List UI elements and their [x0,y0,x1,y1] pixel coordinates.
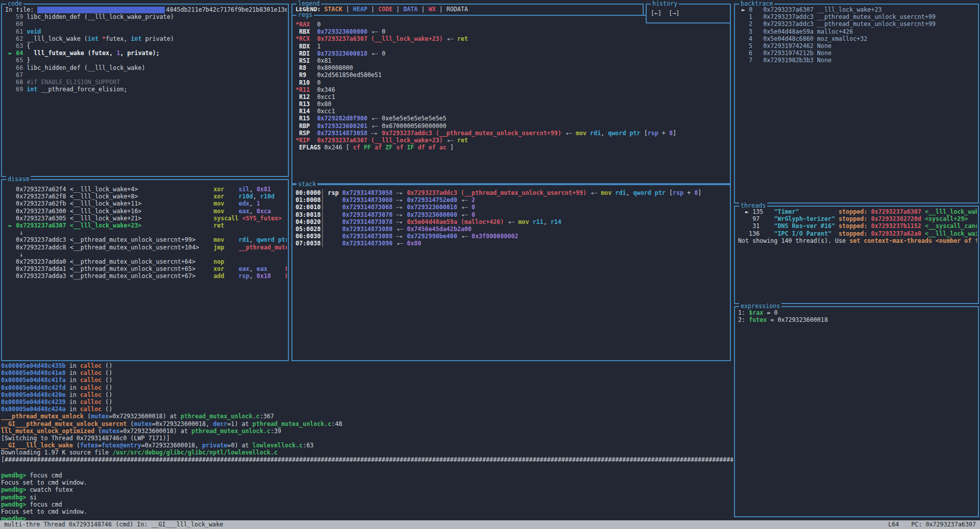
backtrace-view: ► 0 0x7293237a6307 __lll_lock_wake+23 1 … [738,6,977,203]
backtrace-panel-title: backtrace [739,0,774,7]
status-line-number: L64 [888,521,899,528]
text-line: LEGEND: STACK | HEAP | CODE | DATA | WX … [296,6,642,13]
pwndbg-terminal: code In file: 4845db211e7b42c7176f9be21b… [0,0,980,529]
text-line: In file: 4845db211e7b42c7176f9be21b8301e… [5,6,287,13]
registers-view: *RAX 0 RBX 0x729323600000 ◂— 0*RCX 0x729… [296,21,729,183]
text-line: 0x7293237addc3 <__pthread_mutex_unlock_u… [5,236,287,243]
status-bar: multi-thre Thread 0x7293148746 (cmd) In:… [0,520,980,529]
text-line: 01:0008│ 0x729314873060 —▸ 0x729314752ed… [296,196,729,204]
text-line: RBX 0x729323600000 ◂— 0 [296,28,729,35]
text-line: 0x00005e04d48c42fd in calloc () [1,384,733,391]
text-line: 3 0x5e04d48ae59a malloc+426 [738,28,977,35]
text-line: *RIP 0x7293237a6307 (__lll_lock_wake+23)… [296,137,729,144]
stack-panel: stack 00:0000│ rsp 0x729314873058 —▸ 0x7… [291,184,731,361]
text-line: Focus set to cmd window. [1,508,733,515]
text-line: RSP 0x729314873058 —▸ 0x7293237addc3 (__… [296,130,729,137]
text-line: 5 0x729319742462 None [738,42,977,49]
text-line: Not showing 140 thread(s). Use set conte… [738,237,977,244]
text-line: 4 0x5e04d48c6860 moz_xmalloc+32 [738,35,977,42]
text-line: __GI___pthread_mutex_unlock_usercnt (mut… [1,420,733,427]
text-line: 04:0020│ 0x729314873078 —▸ 0x5e04d48ae59… [296,218,729,225]
code-panel-title: code [6,0,23,7]
text-line: RDX 1 [296,43,729,50]
threads-view: ► 135 "Timer" stopped: 0x7293237a6307 <_… [738,208,977,303]
text-line: ► 64 lll_futex_wake (futex, 1, private); [5,49,287,57]
registers-panel: regs *RAX 0 RBX 0x729323600000 ◂— 0*RCX … [291,15,731,184]
text-line: R15 0x729282d8f900 ◂— 0xe5e5e5e5e5e5e5e5 [296,115,729,122]
text-line: 07:0038│ 0x729314873090 ◂— 0x80 [296,240,729,247]
code-source-view: In file: 4845db211e7b42c7176f9be21b8301e… [5,6,287,176]
text-line: ↓ [5,229,287,236]
text-line: [#######################################… [1,456,733,463]
text-line: 02:0010│ 0x729314873068 —▸ 0x72932360001… [296,204,729,211]
text-line: 0x7293237a6300 <__lll_lock_wake+16> mov … [5,208,287,215]
text-line: EFLAGS 0x246 [ cf PF af ZF sf IF df of a… [296,144,729,151]
text-line: pwndbg> cwatch futex [1,486,733,493]
text-line: 61 void [5,28,287,35]
text-line: 31 "DNS Res~ver #16" stopped: 0x7293237b… [738,222,977,230]
text-line: R13 0x80 [296,100,729,108]
command-input-area[interactable]: pwndbg> focus cmdFocus set to cmd window… [1,472,733,522]
status-pc-value: PC: 0x7293237a6307 [911,521,976,528]
text-line: 7 0x72931982b3b3 None [738,57,977,64]
text-line: R10 0 [296,79,729,86]
text-line: Downloading 1.97 K source file /usr/src/… [1,449,733,456]
text-line: 0x00005e04d48c41e8 in calloc () [1,369,733,376]
legend-panel-title: legend [297,0,321,7]
text-line: 0x00005e04d48c41fa in calloc () [1,376,733,384]
text-line: 0x7293237a62f8 <__lll_lock_wake+8> xor r… [5,193,287,200]
disasm-panel-title: disasm [6,175,31,183]
text-line: 68 #if ENABLE_ELISION_SUPPORT [5,79,287,86]
text-line: 00:0000│ rsp 0x729314873058 —▸ 0x7293237… [296,189,729,196]
text-line: 1 0x7293237addc3 __pthread_mutex_unlock_… [738,13,977,20]
text-line: 66 libc_hidden_def (__lll_lock_wake) [5,64,287,71]
text-line: RBP 0x729323600201 ◂— 0x6700000569000000 [296,122,729,130]
text-line: 65 } [5,57,287,64]
text-line: 0x7293237a6305 <__lll_lock_wake+21> sysc… [5,215,287,222]
history-back-button[interactable]: [←] [651,10,662,17]
expressions-panel: expressions 1: $rax = 02: futex = 0x7293… [734,306,979,517]
text-line: [Switching to Thread 0x7293148746c0 (LWP… [1,435,733,442]
text-line: ► 135 "Timer" stopped: 0x7293237a6307 <_… [738,208,977,215]
disasm-panel: disasm 0x7293237a62f4 <__lll_lock_wake+4… [1,179,289,361]
text-line: 0x7293237addc8 <__pthread_mutex_unlock_u… [5,244,287,251]
text-line: R12 0xcc1 [296,93,729,100]
backtrace-panel: backtrace ► 0 0x7293237a6307 __lll_lock_… [734,4,979,204]
text-line: 62 __lll_lock_wake (int *futex, int priv… [5,35,287,42]
text-line: 0x00005e04d48c435b in calloc () [1,362,733,369]
text-line: 0x7293237adda0 <__pthread_mutex_unlock_u… [5,258,287,265]
text-line: 0x7293237adda3 <__pthread_mutex_unlock_u… [5,272,287,280]
text-line: 136 "IPC I/O Parent" stopped: 0x7293237a… [738,230,977,237]
gdb-output-log: 0x00005e04d48c435b in calloc ()0x00005e0… [1,362,733,464]
text-line: RSI 0x81 [296,57,729,64]
text-line: RDI 0x729323600018 ◂— 0 [296,50,729,57]
text-line: 67 [5,71,287,79]
stack-panel-title: stack [297,181,317,188]
text-line: 0x7293237a62f4 <__lll_lock_wake+4> xor s… [5,186,287,193]
text-line: *RCX 0x7293237a6307 (__lll_lock_wake+23)… [296,35,729,42]
text-line: ___pthread_mutex_unlock (mutex=0x7293236… [1,413,733,420]
legend-panel: legend LEGEND: STACK | HEAP | CODE | DAT… [291,4,644,15]
text-line: pwndbg> si [1,494,733,501]
text-line: 05:0028│ 0x729314873080 ◂— 0x7456e45da42… [296,225,729,233]
text-line: 69 int __pthread_force_elision; [5,86,287,93]
text-line: 2: futex = 0x729323600018 [738,316,977,323]
text-line: *R11 0x346 [296,86,729,93]
text-line: 0x7293237adda1 <__pthread_mutex_unlock_u… [5,265,287,272]
memory-legend: LEGEND: STACK | HEAP | CODE | DATA | WX … [296,6,642,15]
expressions-view: 1: $rax = 02: futex = 0x729323600018 [738,309,977,516]
text-line: 0x00005e04d48c420e in calloc () [1,391,733,398]
text-line: 59 libc_hidden_def (__lll_lock_wake_priv… [5,13,287,20]
text-line: lll_mutex_unlock_optimized (mutex=0x7293… [1,427,733,435]
history-panel-title: history [651,0,679,7]
threads-panel: threads ► 135 "Timer" stopped: 0x7293237… [734,206,979,304]
text-line: pwndbg> focus cmd [1,472,733,479]
text-line: __GI___lll_lock_wake (futex=futex@entry=… [1,442,733,449]
stack-view: 00:0000│ rsp 0x729314873058 —▸ 0x7293237… [296,189,729,360]
text-line: R14 0xcc1 [296,108,729,115]
text-line: 6 0x72931974212b None [738,49,977,57]
history-forward-button[interactable]: [→] [669,10,679,17]
text-line: 0x00005e04d48c424a in calloc () [1,406,733,413]
text-line: 0x00005e04d48c4239 in calloc () [1,398,733,406]
disassembly-view: 0x7293237a62f4 <__lll_lock_wake+4> xor s… [5,186,287,360]
